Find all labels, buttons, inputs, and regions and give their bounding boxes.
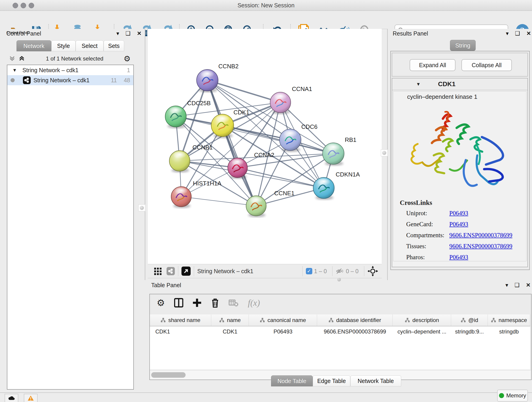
float-panel-icon[interactable]: ▾ (506, 30, 509, 37)
tab-edge-table[interactable]: Edge Table (313, 375, 350, 386)
network-tree: ▼ String Network – cdk1 1 String Network… (7, 65, 134, 390)
column-header-description[interactable]: description (393, 314, 451, 326)
control-panel-window-buttons: ▾ ❑ ✕ (110, 30, 142, 37)
detach-view-icon[interactable] (181, 267, 191, 276)
column-header-name[interactable]: name (211, 314, 249, 326)
horizontal-splitter-handle[interactable] (337, 278, 341, 281)
node-label-CDC6: CDC6 (301, 123, 317, 130)
float-panel-icon[interactable]: ▾ (116, 30, 119, 37)
network-collection-row[interactable]: ▼ String Network – cdk1 1 (7, 65, 133, 75)
gene-section-header[interactable]: ▼ CDK1 (392, 78, 527, 90)
network-node-CDC25B[interactable]: CDC25B (165, 100, 211, 128)
network-node-CCNA1[interactable]: CCNA1 (270, 85, 312, 114)
table-toolbar: ⚙ f(x) (157, 298, 260, 308)
table-row[interactable]: CDK1CDK1P064939606.ENSP00000378699cyclin… (150, 326, 530, 337)
collapse-all-icon[interactable] (8, 55, 16, 62)
network-node-RB1[interactable]: RB1 (323, 136, 356, 166)
grid-view-icon[interactable] (154, 267, 162, 275)
warnings-button[interactable] (24, 394, 38, 402)
gene-symbol: CDK1 (438, 80, 456, 88)
table-cell[interactable]: CDK1 (150, 326, 211, 337)
column-header-database-identifier[interactable]: database identifier (317, 314, 393, 326)
close-panel-icon[interactable]: ✕ (526, 30, 531, 37)
network-edge-CCNA2-CDKN1A[interactable] (238, 168, 324, 188)
collapse-all-button[interactable]: Collapse All (462, 59, 512, 71)
node-label-CCNB1: CCNB1 (192, 144, 213, 151)
separator (178, 266, 178, 276)
network-node-CDKN1A[interactable]: CDKN1A (313, 171, 360, 200)
table-cell[interactable]: 9606.ENSP00000378699 (317, 326, 393, 337)
add-column-icon[interactable] (192, 298, 202, 308)
crosslink-link[interactable]: P06493 (449, 221, 468, 228)
column-header-canonical-name[interactable]: canonical name (249, 314, 317, 326)
table-cell[interactable]: stringdb (488, 326, 530, 337)
tab-network[interactable]: Network (17, 40, 51, 51)
cloud-button[interactable] (5, 394, 18, 402)
crosslinks-title: CrossLinks (400, 199, 526, 206)
show-columns-icon[interactable] (174, 298, 183, 308)
memory-button[interactable]: Memory (497, 390, 528, 402)
table-panel-window-buttons: ▾ ❑ ✕ (499, 282, 531, 288)
node-label-CCNB2: CCNB2 (218, 63, 239, 70)
main-toolbar: ? (0, 11, 532, 29)
crosslink-link[interactable]: P06493 (449, 254, 468, 261)
expand-all-icon[interactable] (18, 55, 26, 62)
right-splitter-handle[interactable] (381, 149, 388, 156)
expand-all-button[interactable]: Expand All (410, 59, 456, 71)
column-header-namespace[interactable]: namespace (488, 314, 530, 326)
column-type-icon (491, 317, 496, 323)
maximize-panel-icon[interactable]: ❑ (515, 30, 520, 37)
tab-string[interactable]: String (450, 40, 476, 51)
network-view-icon[interactable] (167, 267, 175, 275)
window-title: Session: New Session (0, 2, 532, 9)
column-header-@id[interactable]: @id (451, 314, 488, 326)
maximize-panel-icon[interactable]: ❑ (126, 30, 131, 37)
tab-select[interactable]: Select (76, 40, 104, 51)
selected-checkbox-icon[interactable]: ✓ (306, 268, 312, 274)
application-window: Session: New Session (0, 0, 532, 402)
selection-status-text: 1 of 1 Network selected (26, 56, 124, 62)
crosslink-link[interactable]: 9606.ENSP00000378699 (449, 232, 512, 239)
float-panel-icon[interactable]: ▾ (505, 282, 508, 288)
network-node-CCNB1[interactable]: CCNB1 (169, 144, 213, 172)
network-graph[interactable]: CCNB2CCNA1CDC25BCDK1CDC6RB1CCNB1CCNA2CDK… (148, 29, 382, 264)
node-label-CCNA2: CCNA2 (254, 152, 274, 158)
column-header-shared-name[interactable]: shared name (150, 314, 211, 326)
close-panel-icon[interactable]: ✕ (526, 282, 531, 288)
left-splitter-handle[interactable] (138, 204, 145, 211)
crosslink-row: Tissues:9606.ENSP00000378699 (406, 243, 526, 250)
network-node-CCNE1[interactable]: CCNE1 (246, 190, 294, 217)
tab-network-table[interactable]: Network Table (350, 375, 401, 386)
network-edge-HIST1H1A-CCNE1[interactable] (181, 197, 256, 206)
tab-style[interactable]: Style (51, 40, 76, 51)
table-cell[interactable]: stringdb:9... (451, 326, 488, 337)
table-cell[interactable]: CDK1 (211, 326, 249, 337)
column-type-icon (260, 317, 265, 323)
collection-expander-icon[interactable]: ▼ (12, 68, 17, 73)
collection-label: String Network – cdk1 (22, 67, 79, 74)
table-options-gear-icon[interactable]: ⚙ (157, 298, 165, 308)
node-table: shared namenamecanonical namedatabase id… (150, 314, 530, 370)
crosslink-link[interactable]: 9606.ENSP00000378699 (449, 243, 512, 250)
delete-column-icon[interactable] (211, 298, 220, 308)
network-edge-CCNB2-CCNA1[interactable] (207, 80, 280, 102)
crosslink-label: GeneCard: (406, 221, 449, 228)
tab-sets[interactable]: Sets (104, 40, 124, 51)
network-row[interactable]: String Network – cdk1 11 48 (7, 75, 133, 85)
tab-node-table[interactable]: Node Table (271, 375, 313, 386)
maximize-panel-icon[interactable]: ❑ (515, 282, 520, 288)
network-selection-status-row: 1 of 1 Network selected ⚙ (7, 54, 133, 64)
section-expander-icon[interactable]: ▼ (416, 82, 421, 87)
close-panel-icon[interactable]: ✕ (137, 30, 142, 37)
table-cell[interactable]: P06493 (249, 326, 317, 337)
network-options-gear-icon[interactable]: ⚙ (124, 54, 131, 63)
memory-status-icon (499, 393, 504, 398)
node-label-CDKN1A: CDKN1A (336, 171, 360, 178)
table-cell[interactable]: cyclin–dependent ... (393, 326, 451, 337)
network-canvas[interactable]: CCNB2CCNA1CDC25BCDK1CDC6RB1CCNB1CCNA2CDK… (148, 29, 382, 264)
network-node-HIST1H1A[interactable]: HIST1H1A (171, 180, 222, 208)
crosslink-link[interactable]: P06493 (449, 210, 468, 217)
crosslinks-list: Uniprot:P06493GeneCard:P06493Compartment… (406, 210, 526, 261)
scrollbar-thumb[interactable] (151, 372, 186, 378)
birdseye-navigator-icon[interactable] (367, 266, 378, 276)
